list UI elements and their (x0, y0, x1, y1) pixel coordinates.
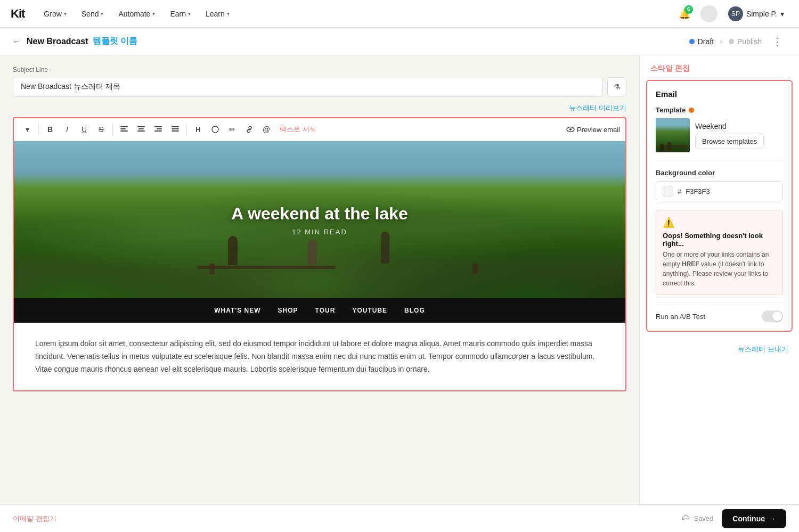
email-editor-link[interactable]: 이메일 편집기 (13, 514, 56, 523)
hero-subtitle: 12 MIN READ (231, 228, 407, 236)
bottom-bar: 이메일 편집기 Saved Continue → (0, 504, 799, 532)
toolbar-align-justify-btn[interactable] (167, 121, 183, 137)
toolbar-align-left-btn[interactable] (116, 121, 132, 137)
earn-dropdown-arrow: ▾ (188, 11, 191, 17)
svg-point-12 (212, 126, 218, 133)
back-button[interactable]: ← (13, 37, 20, 46)
continue-button[interactable]: Continue → (722, 509, 786, 528)
color-value: F3F3F3 (686, 187, 710, 195)
toggle-knob (772, 312, 782, 321)
email-body[interactable]: Lorem ipsum dolor sit amet, consectetur … (14, 323, 625, 390)
toolbar-align-right-btn[interactable] (150, 121, 166, 137)
newsletter-send-link[interactable]: 뉴스레터 보내기 (738, 345, 788, 353)
email-nav-youtube[interactable]: YOUTUBE (352, 307, 387, 314)
toolbar-pen-btn[interactable]: ✏ (224, 121, 240, 137)
bench-leg-2 (472, 264, 478, 274)
user-menu-button[interactable]: SP Simple P. ▾ (724, 4, 788, 23)
newsletter-preview-link[interactable]: 뉴스레터 미리보기 (569, 103, 626, 113)
hash-symbol: # (678, 187, 681, 195)
draft-dot (689, 39, 695, 44)
editor-toolbar: ▾ B I U S H (14, 118, 625, 141)
toolbar-strike-btn[interactable]: S (93, 121, 109, 137)
saved-label: Saved (694, 514, 713, 522)
email-nav-tour[interactable]: TOUR (315, 307, 336, 314)
toolbar-heading-btn[interactable]: H (190, 121, 206, 137)
email-nav-blog[interactable]: BLOG (404, 307, 425, 314)
bg-color-input[interactable]: # F3F3F3 (656, 181, 783, 201)
nav-earn[interactable]: Earn ▾ (164, 6, 197, 21)
subject-input[interactable] (13, 77, 603, 97)
template-status-dot (689, 108, 694, 113)
divider-1 (656, 161, 783, 161)
avatar: SP (728, 6, 743, 21)
header-right: Draft › Publish ⋮ (689, 34, 786, 50)
bench-table (197, 266, 336, 269)
nav-grow[interactable]: Grow ▾ (37, 6, 72, 21)
cloud-icon (682, 514, 690, 523)
ab-test-row: Run an A/B Test (656, 310, 783, 322)
nav-send[interactable]: Send ▾ (75, 6, 110, 21)
learn-dropdown-arrow: ▾ (227, 11, 230, 17)
toolbar-dropdown-btn[interactable]: ▾ (19, 121, 35, 137)
person-silhouette-2 (307, 240, 317, 265)
color-swatch (663, 186, 673, 197)
toolbar-at-btn[interactable]: @ (258, 121, 274, 137)
user-name: Simple P. (746, 10, 777, 18)
email-nav-shop[interactable]: SHOP (278, 307, 298, 314)
email-nav: WHAT'S NEW SHOP TOUR YOUTUBE BLOG (14, 298, 625, 323)
publish-status[interactable]: Publish (729, 37, 762, 46)
template-name-text: Weekend (695, 122, 764, 130)
user-menu-arrow: ▾ (780, 10, 784, 18)
person-silhouette-1 (228, 236, 238, 265)
toolbar-link-btn[interactable] (241, 121, 257, 137)
notifications-button[interactable]: 🔔 6 (675, 4, 694, 23)
nav-right-actions: 🔔 6 SP Simple P. ▾ (675, 4, 788, 23)
divider-2 (656, 302, 783, 303)
browse-templates-button[interactable]: Browse templates (695, 134, 764, 149)
bench-leg-1 (209, 264, 215, 274)
toolbar-divider-2 (112, 124, 113, 135)
flask-button[interactable]: ⚗ (607, 77, 626, 96)
toolbar-divider-1 (38, 124, 39, 135)
toolbar-align-center-btn[interactable] (133, 121, 149, 137)
svg-rect-11 (172, 130, 179, 132)
template-card: Weekend Browse templates (656, 118, 783, 152)
svg-rect-4 (138, 128, 144, 129)
svg-rect-2 (120, 130, 128, 132)
nav-learn[interactable]: Learn ▾ (199, 6, 236, 21)
toolbar-format-label: 텍스트 서식 (280, 125, 316, 134)
subject-input-row: ⚗ (13, 77, 626, 97)
subject-section: Subject Line ⚗ (13, 66, 626, 97)
editor-area: Subject Line ⚗ 뉴스레터 미리보기 ▾ B I U S (0, 55, 639, 532)
nav-automate[interactable]: Automate ▾ (112, 6, 161, 21)
svg-rect-1 (120, 128, 126, 129)
toolbar-italic-btn[interactable]: I (59, 121, 75, 137)
send-dropdown-arrow: ▾ (101, 11, 103, 17)
ab-test-toggle[interactable] (762, 310, 783, 322)
toolbar-underline-btn[interactable]: U (76, 121, 92, 137)
automate-dropdown-arrow: ▾ (152, 11, 155, 17)
continue-arrow-icon: → (768, 514, 776, 523)
toolbar-circle-btn[interactable] (207, 121, 223, 137)
notification-badge: 6 (684, 5, 693, 14)
panel-email-title: Email (656, 89, 783, 99)
logo[interactable]: Kit (11, 7, 25, 21)
subject-label: Subject Line (13, 66, 626, 73)
panel-inner: Email Template Weeken (646, 80, 793, 332)
status-circle (700, 5, 718, 22)
svg-rect-7 (157, 128, 162, 129)
toolbar-bold-btn[interactable]: B (42, 121, 58, 137)
secondary-header: ← New Broadcast 템플릿 이름 Draft › Publish ⋮ (0, 28, 799, 55)
publish-dot (729, 39, 734, 44)
top-navigation: Kit Grow ▾ Send ▾ Automate ▾ Earn ▾ Lear… (0, 0, 799, 28)
more-options-button[interactable]: ⋮ (768, 34, 786, 50)
email-nav-whats-new[interactable]: WHAT'S NEW (214, 307, 260, 314)
template-label: Template (656, 106, 783, 114)
person-silhouette-3 (381, 232, 389, 264)
main-layout: Subject Line ⚗ 뉴스레터 미리보기 ▾ B I U S (0, 55, 799, 532)
warning-box: ⚠️ Oops! Something doesn't look right...… (656, 210, 783, 295)
svg-rect-10 (172, 128, 179, 129)
email-hero[interactable]: A weekend at the lake 12 MIN READ (14, 141, 625, 298)
hero-title: A weekend at the lake (231, 204, 407, 224)
preview-email-label[interactable]: Preview email (577, 126, 620, 134)
